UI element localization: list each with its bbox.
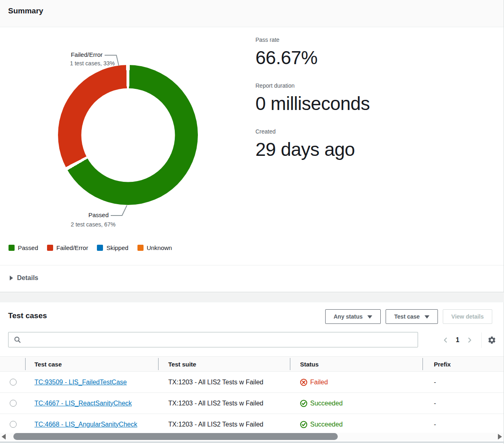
prefix-cell: - [423,421,504,428]
succeeded-icon [300,421,307,428]
search-box [8,332,418,347]
legend-item-skipped: Skipped [97,244,128,251]
stat-pass-rate: Pass rate 66.67% [255,37,370,69]
summary-header: Summary [0,0,504,27]
test-cases-panel: Test cases Any status Test case View det… [0,302,504,444]
created-value: 29 days ago [255,138,370,161]
chevron-left-icon [442,336,449,344]
horizontal-scrollbar[interactable] [0,433,504,441]
donut-hole [81,88,175,182]
summary-stats: Pass rate 66.67% Report duration 0 milli… [255,37,370,175]
row-radio-button[interactable] [10,400,17,407]
donut-chart [58,65,198,205]
slice-label-passed: Passed [0,211,109,218]
bottom-border-strip [0,442,504,443]
legend-item-failed-error: Failed/Error [47,244,88,251]
type-filter-button[interactable]: Test case [386,309,438,324]
column-header-test-suite: Test suite [158,361,290,368]
type-filter-label: Test case [394,313,420,320]
page-number[interactable]: 1 [456,336,459,344]
column-divider [290,358,290,370]
view-details-button[interactable]: View details [443,309,492,324]
status-filter-label: Any status [334,313,363,320]
summary-panel: Summary Failed/Error 1 test cases, 33% P… [0,0,504,292]
page-title: Summary [8,6,495,15]
details-label: Details [17,274,38,282]
legend-swatch-passed [9,245,15,251]
search-icon [14,336,21,343]
row-radio-button[interactable] [10,421,17,428]
column-divider [158,358,159,370]
report-duration-label: Report duration [255,82,370,89]
previous-page-button[interactable] [440,335,451,345]
column-header-prefix: Prefix [423,361,504,368]
status-cell: Failed [290,379,423,386]
status-text: Succeeded [310,400,343,407]
prefix-cell: - [423,379,504,386]
column-divider [423,358,423,370]
table-row: TC:4667 - LIS_ReactSanityCheck TX:1203 -… [0,393,504,414]
slice-annotation-passed: 2 test cases, 67% [0,221,116,228]
status-text: Failed [310,379,328,386]
prefix-cell: - [423,400,504,407]
column-header-status: Status [290,361,423,368]
gear-icon [487,336,496,345]
test-cases-title: Test cases [8,311,47,320]
view-details-label: View details [451,313,484,320]
test-suite-cell: TX:1203 - All LIS2 Tests w Failed [158,379,290,386]
filter-toolbar: Any status Test case View details [325,309,492,324]
column-divider [25,358,26,370]
stat-created: Created 29 days ago [255,128,370,161]
legend-label-passed: Passed [18,244,38,251]
legend-swatch-unknown [137,245,144,251]
settings-button[interactable] [487,336,496,345]
scroll-right-arrow-icon[interactable] [498,434,502,440]
legend-item-unknown: Unknown [137,244,172,251]
toolbar-divider [481,332,482,348]
status-cell: Succeeded [290,421,423,428]
column-header-test-case: Test case [26,361,158,368]
details-expander[interactable]: Details [0,265,504,292]
succeeded-icon [300,400,307,407]
panel-gap [0,292,504,302]
expand-arrow-icon [10,276,13,280]
scrollbar-thumb[interactable] [13,433,338,440]
pagination: 1 [440,332,496,348]
report-duration-value: 0 milliseconds [255,93,370,115]
table-header-row: Test case Test suite Status Prefix [0,356,504,372]
pass-rate-value: 66.67% [255,47,370,69]
stat-report-duration: Report duration 0 milliseconds [255,82,370,115]
test-case-link[interactable]: TC:93509 - LIS_FailedTestCase [26,379,158,386]
test-suite-cell: TX:1203 - All LIS2 Tests w Failed [158,400,290,407]
scroll-left-arrow-icon[interactable] [2,434,6,440]
next-page-button[interactable] [464,335,475,345]
status-filter-button[interactable]: Any status [325,309,381,324]
slice-annotation-failed: 1 test cases, 33% [0,60,115,67]
pass-rate-label: Pass rate [255,37,370,43]
chevron-right-icon [466,336,473,344]
test-cases-table: Test case Test suite Status Prefix TC:93… [0,356,504,435]
status-text: Succeeded [310,421,343,428]
legend-swatch-failed-error [47,245,53,251]
slice-label-failed: Failed/Error [0,51,103,58]
test-suite-cell: TX:1203 - All LIS2 Tests w Failed [158,421,290,428]
table-row: TC:4668 - LIS_AngularSanityCheck TX:1203… [0,414,504,435]
status-cell: Succeeded [290,400,423,407]
row-radio-button[interactable] [10,379,17,386]
legend-label-failed-error: Failed/Error [56,244,88,251]
test-case-link[interactable]: TC:4667 - LIS_ReactSanityCheck [26,400,158,407]
created-label: Created [255,128,370,135]
legend-label-skipped: Skipped [106,244,128,251]
legend-label-unknown: Unknown [147,244,172,251]
search-input[interactable] [24,336,414,343]
legend-item-passed: Passed [9,244,38,251]
test-case-link[interactable]: TC:4668 - LIS_AngularSanityCheck [26,421,158,428]
chevron-down-icon [425,315,429,319]
chart-legend: Passed Failed/Error Skipped Unknown [9,244,172,251]
legend-swatch-skipped [97,245,103,251]
failed-icon [300,379,307,386]
chevron-down-icon [367,315,372,319]
table-row: TC:93509 - LIS_FailedTestCase TX:1203 - … [0,372,504,393]
